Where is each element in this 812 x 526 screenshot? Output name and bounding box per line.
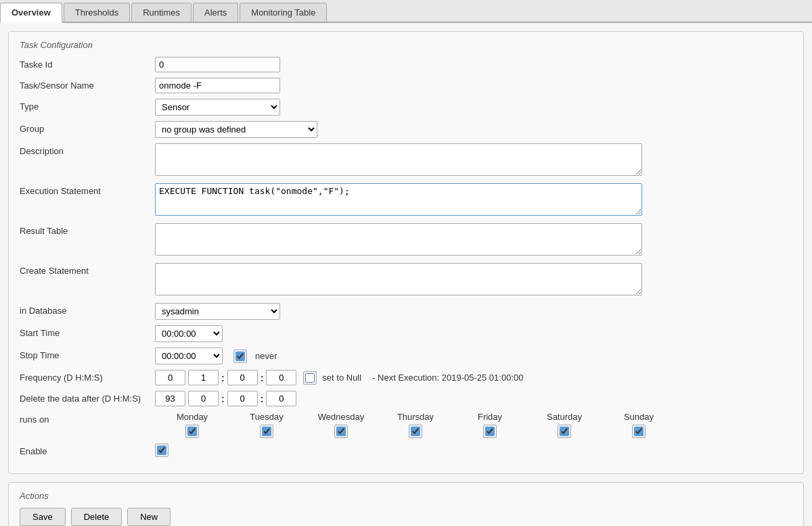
description-textarea[interactable] [155, 143, 642, 176]
freq-m-input[interactable] [227, 370, 258, 385]
task-id-input[interactable] [155, 57, 280, 72]
del-colon-1: : [221, 393, 225, 404]
task-id-row: Taske Id [20, 57, 792, 72]
never-checkbox-wrap [233, 350, 247, 363]
enable-checkbox-wrap [155, 444, 168, 457]
description-row: Description [20, 143, 792, 178]
tuesday-checkbox-wrap [260, 425, 273, 438]
del-m-input[interactable] [227, 391, 258, 406]
tab-alerts[interactable]: Alerts [193, 3, 238, 22]
new-button[interactable]: New [127, 508, 171, 526]
database-label: in Database [20, 303, 155, 316]
result-table-row: Result Table [20, 223, 792, 258]
day-friday: Friday [453, 412, 527, 438]
freq-s-input[interactable] [266, 370, 296, 385]
days-container: Monday Tuesday Wednesday [155, 412, 792, 438]
stop-time-select[interactable]: 00:00:00 [155, 348, 223, 364]
tab-bar: Overview Thresholds Runtimes Alerts Moni… [0, 0, 812, 23]
database-select[interactable]: sysadmin [155, 303, 280, 320]
description-control [155, 143, 792, 178]
never-checkbox[interactable] [235, 352, 245, 361]
start-time-label: Start Time [20, 325, 155, 338]
tab-runtimes[interactable]: Runtimes [131, 3, 191, 22]
execution-statement-textarea[interactable]: EXECUTE FUNCTION task("onmode","F"); [155, 183, 642, 216]
database-control: sysadmin [155, 303, 792, 320]
thursday-checkbox-wrap [409, 425, 422, 438]
create-statement-control [155, 263, 792, 297]
delete-data-control: : : [155, 391, 792, 406]
wednesday-checkbox[interactable] [336, 427, 346, 436]
friday-label: Friday [478, 412, 502, 422]
monday-checkbox-wrap [185, 425, 199, 438]
actions-legend: Actions [20, 491, 792, 501]
monday-checkbox[interactable] [187, 427, 197, 436]
create-statement-textarea[interactable] [155, 263, 642, 295]
runs-on-control: Monday Tuesday Wednesday [155, 412, 792, 438]
tab-monitoring-table[interactable]: Monitoring Table [240, 3, 327, 22]
actions-section: Actions Save Delete New [8, 482, 804, 526]
next-execution-text: - Next Execution: 2019-05-25 01:00:00 [372, 373, 523, 383]
day-wednesday: Wednesday [304, 412, 378, 438]
del-s-input[interactable] [266, 391, 296, 406]
runs-on-row: runs on Monday Tuesday [20, 412, 792, 438]
enable-row: Enable [20, 444, 792, 457]
execution-statement-label: Execution Statement [20, 183, 155, 196]
saturday-label: Saturday [547, 412, 582, 422]
sunday-checkbox[interactable] [634, 427, 644, 436]
start-time-row: Start Time 00:00:00 [20, 325, 792, 342]
set-null-label: set to Null [322, 373, 361, 383]
create-statement-row: Create Statement [20, 263, 792, 297]
task-name-control [155, 78, 792, 93]
group-select[interactable]: no group was defined [155, 121, 317, 138]
type-select[interactable]: Sensor Task [155, 99, 280, 116]
del-colon-2: : [261, 393, 264, 404]
tuesday-checkbox[interactable] [262, 427, 271, 436]
delete-data-row: Delete the data after (D H:M:S) : : [20, 391, 792, 406]
group-label: Group [20, 121, 155, 134]
thursday-label: Thursday [397, 412, 434, 422]
never-label: never [255, 351, 277, 361]
delete-data-label: Delete the data after (D H:M:S) [20, 391, 155, 404]
tab-overview[interactable]: Overview [0, 3, 62, 23]
set-null-checkbox-wrap [303, 371, 317, 385]
freq-colon-1: : [221, 373, 225, 383]
enable-checkbox[interactable] [157, 446, 166, 455]
result-table-textarea[interactable] [155, 223, 642, 256]
group-row: Group no group was defined [20, 121, 792, 138]
wednesday-checkbox-wrap [334, 425, 348, 438]
enable-label: Enable [20, 444, 155, 456]
sunday-checkbox-wrap [632, 425, 646, 438]
task-id-label: Taske Id [20, 57, 155, 70]
main-content: Task Configuration Taske Id Task/Sensor … [0, 23, 812, 526]
friday-checkbox-wrap [483, 425, 497, 438]
type-label: Type [20, 99, 155, 112]
type-row: Type Sensor Task [20, 99, 792, 116]
del-h-input[interactable] [188, 391, 219, 406]
task-name-input[interactable] [155, 78, 280, 93]
tuesday-label: Tuesday [250, 412, 283, 422]
freq-d-input[interactable] [155, 370, 185, 385]
freq-h-input[interactable] [188, 370, 219, 385]
stop-time-control: 00:00:00 never [155, 348, 792, 364]
set-null-checkbox[interactable] [305, 373, 315, 383]
start-time-control: 00:00:00 [155, 325, 792, 342]
save-button[interactable]: Save [20, 508, 66, 526]
delete-button[interactable]: Delete [71, 508, 122, 526]
execution-statement-control: EXECUTE FUNCTION task("onmode","F"); [155, 183, 792, 218]
frequency-label: Frequency (D H:M:S) [20, 370, 155, 383]
execution-statement-row: Execution Statement EXECUTE FUNCTION tas… [20, 183, 792, 218]
result-table-label: Result Table [20, 223, 155, 236]
saturday-checkbox[interactable] [560, 427, 569, 436]
tab-thresholds[interactable]: Thresholds [64, 3, 130, 22]
start-time-select[interactable]: 00:00:00 [155, 325, 223, 342]
thursday-checkbox[interactable] [411, 427, 420, 436]
day-saturday: Saturday [527, 412, 602, 438]
task-config-legend: Task Configuration [20, 40, 792, 50]
saturday-checkbox-wrap [558, 425, 571, 438]
type-control: Sensor Task [155, 99, 792, 116]
friday-checkbox[interactable] [485, 427, 495, 436]
day-sunday: Sunday [602, 412, 676, 438]
wednesday-label: Wednesday [318, 412, 364, 422]
result-table-control [155, 223, 792, 258]
del-d-input[interactable] [155, 391, 185, 406]
